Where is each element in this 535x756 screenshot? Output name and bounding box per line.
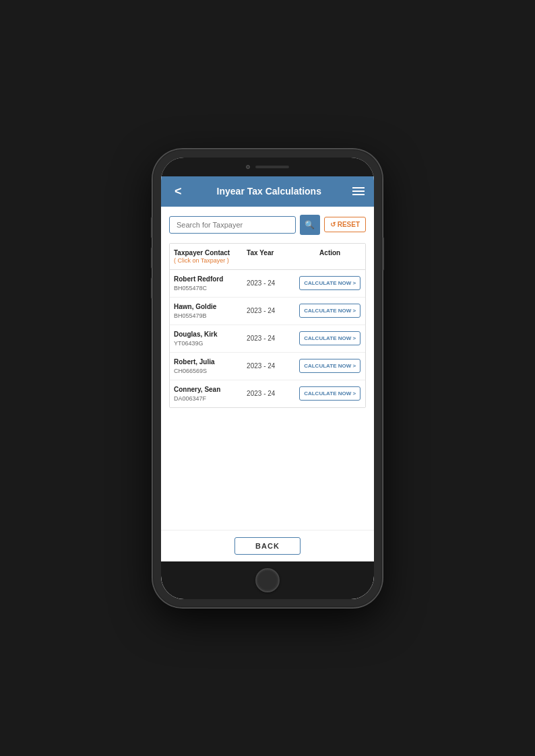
app-header: < Inyear Tax Calculations [161,176,374,207]
taxpayer-ref: BH055478C [174,285,247,291]
camera-dot [246,165,250,169]
table-row[interactable]: Robert, Julia CH066569S 2023 - 24 CALCUL… [170,353,365,380]
taxpayer-name: Connery, Sean [174,386,247,393]
table-header-row: Taxpayer Contact ( Click on Taxpayer ) T… [170,244,365,270]
taxpayer-ref: BH055479B [174,312,247,319]
search-icon: 🔍 [305,220,315,230]
hamburger-icon [352,187,365,188]
tax-year-cell: 2023 - 24 [247,307,298,314]
table-row[interactable]: Douglas, Kirk YT06439G 2023 - 24 CALCULA… [170,325,365,353]
search-row: 🔍 ↺ RESET [169,215,366,235]
taxpayer-table: Taxpayer Contact ( Click on Taxpayer ) T… [169,243,366,408]
taxpayer-ref: CH066569S [174,368,247,374]
back-nav-button[interactable]: < [170,183,186,200]
action-cell: CALCULATE NOW > [298,331,361,345]
top-bezel [161,158,374,176]
calculate-now-button[interactable]: CALCULATE NOW > [299,359,360,373]
action-cell: CALCULATE NOW > [298,386,361,401]
table-row[interactable]: Robert Redford BH055478C 2023 - 24 CALCU… [170,270,365,298]
taxpayer-info: Robert Redford BH055478C [174,275,247,291]
taxpayer-name: Douglas, Kirk [174,331,247,338]
taxpayer-info: Douglas, Kirk YT06439G [174,331,247,347]
back-button[interactable]: BACK [234,537,301,555]
search-input[interactable] [169,216,296,234]
hamburger-icon [352,191,365,192]
taxpayer-info: Hawn, Goldie BH055479B [174,303,247,319]
bottom-bezel [161,561,374,599]
tax-year-cell: 2023 - 24 [247,279,298,287]
col-header-action: Action [298,249,361,264]
col-header-taxyear: Tax Year [247,249,298,264]
action-cell: CALCULATE NOW > [298,304,361,318]
menu-button[interactable] [352,187,365,195]
tax-year-cell: 2023 - 24 [247,362,298,370]
tax-year-cell: 2023 - 24 [247,335,298,342]
calculate-now-button[interactable]: CALCULATE NOW > [299,276,360,290]
calculate-now-button[interactable]: CALCULATE NOW > [299,386,360,401]
action-cell: CALCULATE NOW > [298,359,361,373]
page-title: Inyear Tax Calculations [217,186,321,197]
app-bottom: BACK [161,530,374,561]
home-button[interactable] [255,568,280,592]
taxpayer-name: Hawn, Goldie [174,303,247,310]
app-content: 🔍 ↺ RESET Taxpayer Contact ( Click on Ta… [161,207,374,530]
tax-year-cell: 2023 - 24 [247,390,298,397]
taxpayer-info: Connery, Sean DA006347F [174,386,247,402]
table-row[interactable]: Hawn, Goldie BH055479B 2023 - 24 CALCULA… [170,298,365,325]
calculate-now-button[interactable]: CALCULATE NOW > [299,331,360,345]
hamburger-icon [352,194,365,195]
taxpayer-name: Robert, Julia [174,358,247,366]
col-header-taxpayer: Taxpayer Contact ( Click on Taxpayer ) [174,249,247,264]
taxpayer-info: Robert, Julia CH066569S [174,358,247,374]
app-screen: < Inyear Tax Calculations 🔍 ↺ RESET [161,176,374,561]
action-cell: CALCULATE NOW > [298,276,361,290]
calculate-now-button[interactable]: CALCULATE NOW > [299,304,360,318]
phone-device: < Inyear Tax Calculations 🔍 ↺ RESET [153,149,382,607]
reset-button[interactable]: ↺ RESET [324,217,366,232]
search-button[interactable]: 🔍 [300,215,320,235]
taxpayer-ref: DA006347F [174,395,247,402]
speaker-bar [255,166,289,168]
table-row[interactable]: Connery, Sean DA006347F 2023 - 24 CALCUL… [170,380,365,407]
phone-screen: < Inyear Tax Calculations 🔍 ↺ RESET [161,158,374,599]
taxpayer-name: Robert Redford [174,275,247,283]
taxpayer-ref: YT06439G [174,340,247,347]
